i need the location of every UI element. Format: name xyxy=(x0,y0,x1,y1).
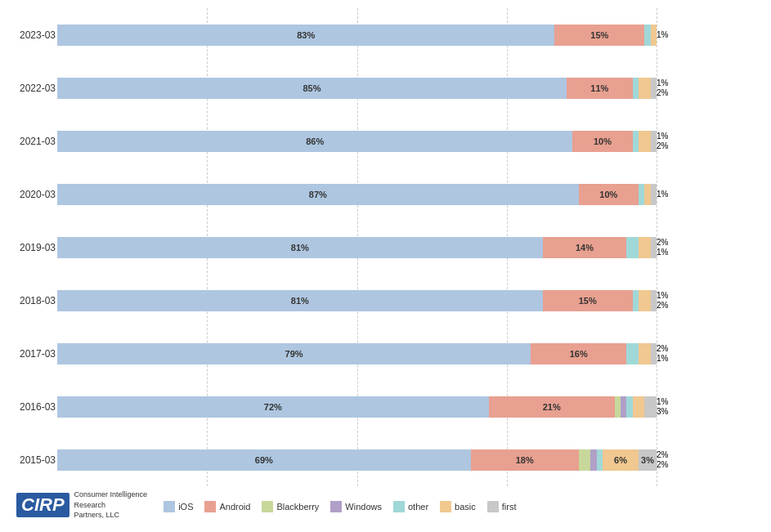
legend-swatch-first xyxy=(487,501,499,512)
small-labels: 1%3% xyxy=(657,396,719,418)
chart-row: 2020-0387%10%1% xyxy=(57,179,657,210)
bar-segment-first xyxy=(651,78,657,99)
small-labels: 1%2% xyxy=(657,290,719,311)
bar-segment-first xyxy=(651,237,657,258)
bar-segment-other xyxy=(633,131,639,152)
small-labels: 1% xyxy=(657,184,719,205)
cirp-logo: CIRP Consumer IntelligenceResearchPartne… xyxy=(16,490,147,521)
bar-label-android: 15% xyxy=(590,30,608,40)
bar-segment-other xyxy=(639,184,644,205)
legend-item-windows: Windows xyxy=(330,501,382,512)
bar-segment-first xyxy=(651,290,657,311)
bar-label-android: 10% xyxy=(594,136,612,146)
legend: iOSAndroidBlackberryWindowsotherbasicfir… xyxy=(164,494,516,516)
small-labels: 2%2% xyxy=(657,449,719,471)
bar-segment-other xyxy=(626,396,632,418)
legend-label-windows: Windows xyxy=(345,502,382,512)
bar-segment-basic: 6% xyxy=(603,449,639,471)
bar-segment-basic xyxy=(639,290,651,311)
bar-segment-blackberry xyxy=(615,396,621,418)
bar-wrapper: 81%14%2%1% xyxy=(57,237,657,258)
chart-row: 2022-0385%11%1%2% xyxy=(57,73,657,104)
small-label-basic: 3% xyxy=(657,407,719,417)
bar-segment-first xyxy=(651,184,657,205)
bar-segment-first xyxy=(651,131,657,152)
bar-segment-ios: 83% xyxy=(57,25,554,46)
bar-segment-ios: 81% xyxy=(57,290,543,311)
bar-segment-basic xyxy=(639,343,651,364)
bar-segment-ios: 81% xyxy=(57,237,543,258)
bar-segment-android: 14% xyxy=(543,237,627,258)
bar-segment-android: 21% xyxy=(489,396,615,418)
bar-segment-blackberry xyxy=(579,449,591,471)
row-year-label: 2021-03 xyxy=(7,136,56,147)
row-year-label: 2016-03 xyxy=(7,401,56,413)
bar-segment-other xyxy=(644,25,650,46)
bar-label-android: 10% xyxy=(599,190,617,199)
legend-label-android: Android xyxy=(219,502,250,512)
row-year-label: 2020-03 xyxy=(7,189,56,200)
chart-row: 2016-0372%21%1%3% xyxy=(57,391,657,422)
cirp-company-name: Consumer IntelligenceResearchPartners, L… xyxy=(74,490,148,521)
bar-wrapper: 72%21%1%3% xyxy=(57,396,657,418)
legend-swatch-blackberry xyxy=(262,501,273,512)
bar-wrapper: 81%15%1%2% xyxy=(57,290,657,311)
bar-segment-basic xyxy=(639,131,651,152)
bar-segment-android: 15% xyxy=(554,25,644,46)
legend-item-android: Android xyxy=(204,501,250,512)
small-label-other: 1% xyxy=(657,397,719,407)
legend-item-ios: iOS xyxy=(164,501,193,512)
chart-row: 2017-0379%16%2%1% xyxy=(57,338,657,369)
row-year-label: 2022-03 xyxy=(7,83,56,94)
legend-swatch-windows xyxy=(330,501,342,512)
bar-segment-ios: 69% xyxy=(57,449,471,471)
small-labels: 1% xyxy=(657,25,719,46)
bar-label-ios: 69% xyxy=(255,455,273,465)
small-labels: 2%1% xyxy=(657,343,719,364)
bar-label-android: 14% xyxy=(576,243,594,253)
small-label-other: 1% xyxy=(657,190,719,199)
bottom-row: CIRP Consumer IntelligenceResearchPartne… xyxy=(8,486,722,524)
small-label-other: 1% xyxy=(657,30,719,40)
bar-segment-other xyxy=(597,449,603,471)
bar-label-ios: 72% xyxy=(264,402,282,412)
small-label-other: 2% xyxy=(657,460,719,470)
legend-item-first: first xyxy=(487,501,517,512)
bar-label-ios: 85% xyxy=(303,83,321,93)
chart-row: 2023-0383%15%1% xyxy=(57,20,657,51)
bar-segment-android: 11% xyxy=(567,78,633,99)
small-labels: 1%2% xyxy=(657,78,719,99)
bar-segment-android: 18% xyxy=(471,449,579,471)
bar-label-ios: 81% xyxy=(291,296,309,306)
small-label-other: 1% xyxy=(657,132,719,141)
bar-segment-ios: 72% xyxy=(57,396,489,418)
bar-segment-android: 16% xyxy=(531,343,626,364)
legend-label-ios: iOS xyxy=(178,502,193,512)
bar-wrapper: 69%18%6%3%2%2% xyxy=(57,449,657,471)
bar-segment-ios: 79% xyxy=(57,343,531,364)
bar-label-ios: 86% xyxy=(306,136,324,146)
legend-label-blackberry: Blackberry xyxy=(276,502,319,512)
bar-segment-android: 10% xyxy=(579,184,639,205)
bar-wrapper: 86%10%1%2% xyxy=(57,131,657,152)
cirp-logo-box: CIRP xyxy=(16,493,69,517)
bar-segment-basic xyxy=(639,237,651,258)
chart-row: 2018-0381%15%1%2% xyxy=(57,285,657,316)
row-year-label: 2017-03 xyxy=(7,348,56,360)
bar-label-android: 15% xyxy=(579,296,597,306)
bar-segment-android: 10% xyxy=(572,131,632,152)
bar-segment-other xyxy=(626,343,639,364)
legend-item-blackberry: Blackberry xyxy=(262,501,319,512)
bar-segment-windows xyxy=(621,396,626,418)
row-year-label: 2015-03 xyxy=(7,454,56,466)
bar-segment-windows xyxy=(590,449,596,471)
bar-segment-ios: 86% xyxy=(57,131,572,152)
row-year-label: 2023-03 xyxy=(7,29,56,41)
bar-segment-first: 3% xyxy=(639,449,657,471)
bar-segment-basic xyxy=(644,184,650,205)
bar-label-basic: 6% xyxy=(614,455,627,465)
bar-label-android: 16% xyxy=(570,349,588,359)
small-label-basic: 2% xyxy=(657,301,719,311)
bar-label-android: 11% xyxy=(590,83,608,93)
small-labels: 2%1% xyxy=(657,237,719,258)
